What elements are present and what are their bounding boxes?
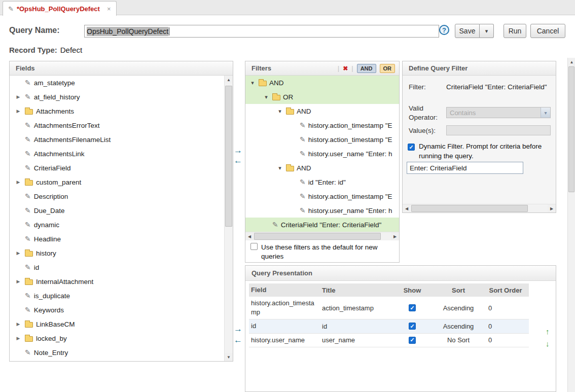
expand-arrow-icon[interactable]: ▶ xyxy=(15,180,22,185)
remove-field-from-presentation-icon[interactable]: ← xyxy=(234,336,242,344)
scroll-thumb[interactable] xyxy=(225,86,232,227)
run-button[interactable]: Run xyxy=(504,24,526,38)
delete-filter-icon[interactable]: ✖ xyxy=(343,65,348,72)
filter-node[interactable]: ▾AND xyxy=(245,104,399,118)
field-item-label: am_statetype xyxy=(34,79,75,87)
dynamic-filter-checkbox[interactable]: ✓ xyxy=(408,144,415,151)
expand-arrow-icon[interactable]: ▶ xyxy=(15,94,22,99)
filters-hscrollbar[interactable]: ◀ ▶ xyxy=(245,232,399,240)
cancel-button[interactable]: Cancel xyxy=(530,24,565,38)
scroll-down-icon[interactable]: ▼ xyxy=(225,353,233,361)
field-item-Notes_Log[interactable]: ▶✎Notes_Log xyxy=(10,360,224,361)
query-name-input[interactable]: OpsHub_PollQueryDefect xyxy=(84,25,439,38)
save-dropdown-button[interactable]: ▾ xyxy=(480,24,494,38)
cell-title: id xyxy=(320,319,390,333)
filter-value: CriteriaField "Enter: CriteriaField" xyxy=(446,83,551,92)
define-hscrollbar[interactable]: ◀ ▶ xyxy=(403,204,556,212)
collapse-arrow-icon[interactable]: ▾ xyxy=(249,80,256,86)
expand-arrow-icon[interactable]: ▶ xyxy=(15,322,22,327)
filter-node[interactable]: ▾✎history.action_timestamp "E xyxy=(245,189,399,203)
scroll-thumb[interactable] xyxy=(568,66,574,192)
default-filters-checkbox[interactable] xyxy=(250,243,258,250)
filter-node[interactable]: ▾AND xyxy=(245,76,399,90)
field-item-CriteriaField[interactable]: ▶✎CriteriaField xyxy=(10,161,224,175)
values-input[interactable] xyxy=(446,125,551,135)
field-item-LinkBaseCM[interactable]: ▶LinkBaseCM xyxy=(10,317,224,331)
move-row-down-icon[interactable]: ↓ xyxy=(546,340,550,347)
valid-operator-label: Valid Operator: xyxy=(409,104,441,122)
scroll-right-icon[interactable]: ▶ xyxy=(548,204,556,212)
table-row[interactable]: history.user_nameuser_name✓No Sort0 xyxy=(249,334,529,347)
edit-icon: ✎ xyxy=(8,5,14,13)
filter-node[interactable]: ▾✎history.action_timestamp "E xyxy=(245,132,399,147)
field-item-is_duplicate[interactable]: ▶✎is_duplicate xyxy=(10,289,224,303)
show-checkbox[interactable]: ✓ xyxy=(409,323,416,330)
expand-arrow-icon[interactable]: ▶ xyxy=(15,336,22,341)
and-button[interactable]: AND xyxy=(357,64,376,73)
scroll-left-icon[interactable]: ◀ xyxy=(245,232,254,240)
scroll-thumb[interactable] xyxy=(254,233,381,240)
expand-arrow-icon[interactable]: ▶ xyxy=(15,109,22,114)
tab-close-icon[interactable]: × xyxy=(107,5,111,13)
collapse-arrow-icon[interactable]: ▾ xyxy=(263,94,270,100)
help-icon[interactable]: ? xyxy=(439,25,449,35)
scroll-left-icon[interactable]: ◀ xyxy=(403,204,411,212)
add-field-to-filter-icon[interactable]: → xyxy=(234,146,242,155)
field-item-at_field_history[interactable]: ▶✎at_field_history xyxy=(10,90,224,104)
field-item-am_statetype[interactable]: ▶✎am_statetype xyxy=(10,76,224,90)
scroll-up-icon[interactable]: ▲ xyxy=(568,58,575,66)
column-header-sort: Sort xyxy=(435,287,482,294)
table-row[interactable]: history.action_timestampaction_timestamp… xyxy=(249,297,529,319)
filter-node[interactable]: ▾OR xyxy=(245,90,399,104)
field-item-Description[interactable]: ▶✎Description xyxy=(10,189,224,203)
show-checkbox[interactable]: ✓ xyxy=(409,337,416,344)
field-item-label: Attachments xyxy=(36,108,74,115)
field-item-dynamic[interactable]: ▶✎dynamic xyxy=(10,218,224,232)
remove-field-from-filter-icon[interactable]: ← xyxy=(234,156,242,165)
field-item-history[interactable]: ▶history xyxy=(10,246,224,260)
or-button[interactable]: OR xyxy=(380,64,396,73)
add-field-to-presentation-icon[interactable]: → xyxy=(234,325,242,333)
field-item-Due_Date[interactable]: ▶✎Due_Date xyxy=(10,203,224,218)
table-row[interactable]: idid✓Ascending0 xyxy=(249,319,529,333)
show-checkbox[interactable]: ✓ xyxy=(409,304,416,311)
scroll-up-icon[interactable]: ▲ xyxy=(225,76,233,84)
page-scrollbar[interactable]: ▲ xyxy=(567,58,575,392)
field-item-AttachmentsLink[interactable]: ▶✎AttachmentsLink xyxy=(10,147,224,161)
expand-arrow-icon[interactable]: ▶ xyxy=(15,279,22,284)
scroll-right-icon[interactable]: ▶ xyxy=(391,232,399,240)
valid-operator-select[interactable]: Contains ▾ xyxy=(446,107,551,118)
field-item-Headline[interactable]: ▶✎Headline xyxy=(10,232,224,246)
field-item-locked_by[interactable]: ▶locked_by xyxy=(10,331,224,345)
move-row-up-icon[interactable]: ↑ xyxy=(546,328,550,335)
tab-opshub-pollquerydefect[interactable]: ✎ *OpsHub_PollQueryDefect × xyxy=(3,1,117,16)
collapse-arrow-icon[interactable]: ▾ xyxy=(276,165,283,171)
filter-node[interactable]: ▾✎history.user_name "Enter: h xyxy=(245,203,399,218)
pencil-icon: ✎ xyxy=(25,206,31,215)
field-item-id[interactable]: ▶✎id xyxy=(10,260,224,274)
collapse-arrow-icon[interactable]: ▾ xyxy=(276,108,283,115)
pencil-icon: ✎ xyxy=(300,192,306,200)
field-item-label: AttachmentsLink xyxy=(34,150,85,158)
default-filters-label: Use these filters as the default for new… xyxy=(261,243,395,261)
field-item-AttachmentsFilenameList[interactable]: ▶✎AttachmentsFilenameList xyxy=(10,132,224,147)
field-item-Attachments[interactable]: ▶Attachments xyxy=(10,104,224,118)
field-item-Note_Entry[interactable]: ▶✎Note_Entry xyxy=(10,345,224,360)
pencil-icon: ✎ xyxy=(25,79,31,87)
filter-node[interactable]: ▾✎history.action_timestamp "E xyxy=(245,118,399,132)
filter-node[interactable]: ▾✎history.user_name "Enter: h xyxy=(245,147,399,161)
criteria-prompt-input[interactable] xyxy=(407,162,523,174)
save-button[interactable]: Save xyxy=(455,24,480,38)
filter-node-label: AND xyxy=(269,79,284,87)
scroll-thumb[interactable] xyxy=(411,205,528,212)
field-item-InternalAttachment[interactable]: ▶InternalAttachment xyxy=(10,274,224,289)
filter-node[interactable]: ▾AND xyxy=(245,161,399,175)
field-item-custom_parent[interactable]: ▶custom_parent xyxy=(10,175,224,189)
fields-scrollbar[interactable]: ▲ ▼ xyxy=(224,76,233,361)
field-item-Keywords[interactable]: ▶✎Keywords xyxy=(10,303,224,317)
filter-node[interactable]: ▾✎id "Enter: id" xyxy=(245,175,399,189)
expand-arrow-icon[interactable]: ▶ xyxy=(15,251,22,256)
field-item-AttachmentsErrorText[interactable]: ▶✎AttachmentsErrorText xyxy=(10,118,224,132)
save-button-group: Save ▾ xyxy=(455,24,494,38)
filter-node[interactable]: ▾✎CriteriaField "Enter: CriteriaField" xyxy=(245,218,399,232)
